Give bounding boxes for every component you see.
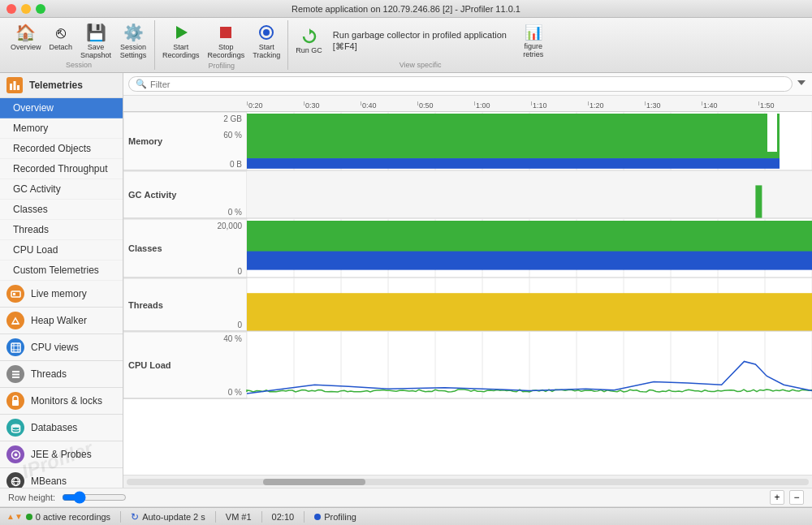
telemetries-label: Telemetries — [29, 80, 83, 91]
start-center-button[interactable]: 🏠 Overview — [6, 21, 45, 61]
session-settings-icon: ⚙️ — [123, 23, 143, 42]
sidebar-item-memory[interactable]: Memory — [0, 118, 123, 139]
cpu-views-icon — [6, 338, 24, 356]
stop-rec-icon — [216, 23, 235, 42]
content-area: 🔍 0:200:300:400:501:001:101:201:301:401:… — [123, 73, 812, 488]
sidebar-live-memory[interactable]: Live memory — [0, 281, 123, 308]
filter-input[interactable] — [150, 80, 785, 89]
sidebar-item-threads[interactable]: Threads — [0, 220, 123, 240]
session-settings-button[interactable]: ⚙️ SessionSettings — [115, 21, 151, 61]
autoupdate-label: Auto-update 2 s — [142, 512, 205, 522]
figure-icon: 📊 — [524, 23, 543, 42]
status-sep-3 — [261, 511, 262, 523]
sidebar-item-recorded-objects[interactable]: Recorded Objects — [0, 139, 123, 159]
maximize-button[interactable] — [36, 4, 45, 14]
search-icon: 🔍 — [136, 79, 147, 89]
home-icon: 🏠 — [16, 23, 36, 42]
status-vm: VM #1 — [226, 512, 252, 522]
profiling-group: StartRecordings StopRecordings StartTrac… — [158, 21, 284, 70]
save-snapshot-label: SaveSnapshot — [80, 43, 111, 59]
svg-rect-5 — [10, 84, 12, 90]
time-ruler: 0:200:300:400:501:001:101:201:301:401:50… — [123, 96, 812, 112]
detach-label: Detach — [50, 43, 73, 51]
sidebar-item-classes[interactable]: Classes — [0, 200, 123, 220]
sidebar: Telemetries Overview Memory Recorded Obj… — [0, 73, 123, 488]
close-button[interactable] — [6, 4, 16, 14]
run-gc-label: Run GC — [296, 46, 322, 54]
svg-point-21 — [11, 427, 19, 430]
detach-icon: ⎋ — [51, 23, 71, 42]
start-tracking-button[interactable]: StartTracking — [248, 21, 284, 61]
view-specific-label: View specific — [400, 61, 442, 69]
recordings-arrows-icon: ▲▼ — [6, 512, 23, 521]
sidebar-databases[interactable]: Databases — [0, 415, 123, 441]
status-sep-1 — [120, 511, 121, 523]
filter-dropdown-button[interactable] — [796, 77, 807, 91]
svg-marker-26 — [797, 80, 806, 85]
run-gc-button[interactable]: Run GC — [292, 25, 326, 56]
minimize-button[interactable] — [21, 4, 31, 14]
vm-label: VM #1 — [226, 512, 252, 522]
sidebar-item-cpu-load[interactable]: CPU Load — [0, 240, 123, 260]
sidebar-heap-walker[interactable]: Heap Walker — [0, 308, 123, 334]
save-snapshot-button[interactable]: 💾 SaveSnapshot — [76, 21, 115, 61]
sidebar-jee-probes[interactable]: JEE & Probes — [0, 441, 123, 468]
status-profiling: Profiling — [314, 512, 356, 522]
threads-section-label: Threads — [31, 368, 67, 380]
svg-rect-1 — [220, 27, 231, 38]
monitors-icon — [6, 392, 24, 410]
sidebar-monitors-locks[interactable]: Monitors & locks — [0, 388, 123, 415]
heap-walker-label: Heap Walker — [31, 315, 87, 326]
session-group-label: Session — [66, 61, 92, 69]
svg-marker-4 — [309, 28, 313, 35]
svg-rect-6 — [14, 81, 16, 90]
status-recordings: ▲▼ 0 active recordings — [6, 512, 110, 522]
horizontal-scrollbar[interactable] — [123, 475, 812, 488]
telemetries-icon — [6, 77, 23, 93]
svg-point-23 — [14, 453, 17, 456]
sidebar-threads-section[interactable]: Threads — [0, 361, 123, 388]
live-memory-icon — [6, 285, 24, 303]
toolbar-separator-2 — [287, 20, 288, 70]
run-gc-icon — [300, 27, 319, 46]
sidebar-item-custom-telemetries[interactable]: Custom Telemetries — [0, 260, 123, 281]
status-autoupdate: ↻ Auto-update 2 s — [131, 511, 205, 523]
autoupdate-icon: ↻ — [131, 511, 139, 523]
threads-section-icon — [6, 365, 24, 383]
titlebar: Remote application on 120.79.246.86 [2] … — [0, 0, 812, 18]
svg-marker-0 — [176, 26, 188, 39]
row-height-slider[interactable] — [62, 491, 127, 504]
sidebar-cpu-views[interactable]: CPU views — [0, 334, 123, 361]
figure-retries-button[interactable]: 📊 figureretries — [518, 21, 549, 60]
sidebar-item-gc-activity[interactable]: GC Activity — [0, 179, 123, 200]
zoom-out-button[interactable]: − — [789, 490, 804, 505]
sidebar-telemetries-header: Telemetries — [0, 73, 123, 98]
start-recordings-button[interactable]: StartRecordings — [158, 21, 204, 61]
sidebar-item-overview[interactable]: Overview — [0, 98, 123, 118]
detach-button[interactable]: ⎋ Detach — [45, 21, 77, 61]
zoom-in-button[interactable]: + — [770, 490, 784, 505]
save-icon: 💾 — [86, 23, 106, 42]
recordings-label: 0 active recordings — [36, 512, 110, 522]
figure-label: figureretries — [523, 42, 543, 58]
start-rec-icon — [171, 23, 191, 42]
telemetry-charts — [123, 112, 812, 399]
view-specific-group: Run GC Run garbage collector in profiled… — [292, 21, 549, 69]
heap-walker-icon — [6, 312, 24, 329]
session-settings-label: SessionSettings — [120, 43, 147, 59]
sidebar-mbeans[interactable]: MBeans — [0, 468, 123, 488]
filter-bar: 🔍 — [123, 73, 812, 96]
status-sep-2 — [215, 511, 216, 523]
stop-recordings-button[interactable]: StopRecordings — [204, 21, 249, 61]
sidebar-item-recorded-throughput[interactable]: Recorded Throughput — [0, 159, 123, 179]
session-group: 🏠 Overview ⎋ Detach 💾 SaveSnapshot ⚙️ Se… — [6, 21, 151, 69]
chart-area[interactable]: 0:200:300:400:501:001:101:201:301:401:50… — [123, 96, 812, 475]
zoom-controls: + − — [770, 490, 804, 505]
mbeans-icon — [6, 472, 24, 488]
main-area: Telemetries Overview Memory Recorded Obj… — [0, 73, 812, 488]
statusbar: ▲▼ 0 active recordings ↻ Auto-update 2 s… — [0, 507, 812, 525]
scroll-thumb[interactable] — [263, 479, 365, 485]
cpu-views-label: CPU views — [31, 342, 79, 353]
databases-label: Databases — [31, 422, 77, 433]
jee-icon — [6, 445, 24, 463]
